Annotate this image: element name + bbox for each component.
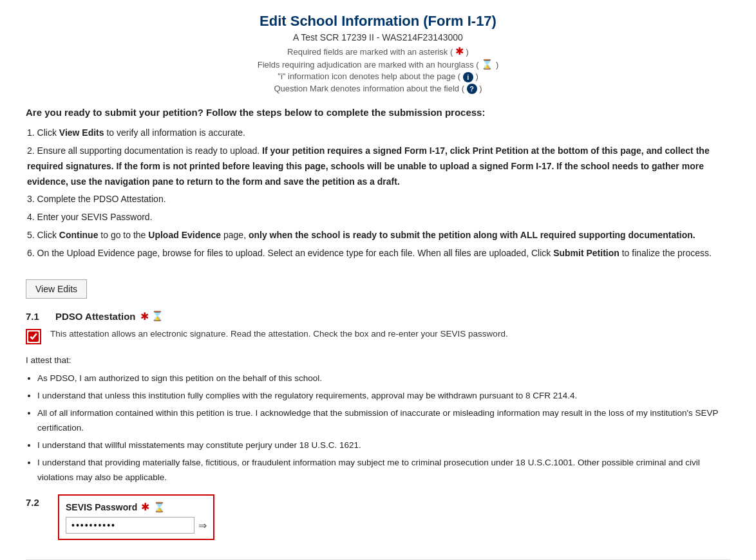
section-71-title: PDSO Attestation	[55, 311, 135, 322]
sevis-asterisk: ✱	[141, 501, 149, 513]
step-1: 1. Click View Edits to verify all inform…	[27, 126, 730, 141]
step-3: 3. Complete the PDSO Attestation.	[27, 192, 730, 207]
question-mark-note: Question Mark denotes information about …	[26, 84, 730, 95]
adjudication-note: Fields requiring adjudication are marked…	[26, 59, 730, 70]
page-title: Edit School Information (Form I-17)	[26, 13, 730, 30]
sevis-hourglass: ⌛	[153, 501, 165, 513]
attest-block: I attest that: As PDSO, I am authorized …	[26, 353, 730, 486]
step-2: 2. Ensure all supporting documentation i…	[27, 144, 730, 189]
sevis-password-input[interactable]	[66, 517, 194, 534]
sevis-label: SEVIS Password	[66, 502, 137, 512]
subtitle: A Test SCR 17239 II - WAS214F23143000	[26, 32, 730, 42]
hourglass-icon: ⌛	[481, 59, 493, 70]
attestation-checkbox-row: This attestation allows an electronic si…	[26, 329, 730, 344]
bullet-3: All of all information contained within …	[37, 406, 730, 436]
submission-heading: Are you ready to submit your petition? F…	[26, 107, 730, 118]
info-icon[interactable]: i	[463, 72, 473, 82]
attestation-checkbox-box[interactable]	[26, 329, 41, 344]
steps-list: 1. Click View Edits to verify all inform…	[27, 126, 730, 261]
attest-intro: I attest that:	[26, 353, 730, 368]
show-password-icon[interactable]: ⇒	[198, 519, 207, 532]
sevis-input-row: ⇒	[66, 517, 207, 534]
section-72-number: 7.2	[26, 497, 58, 508]
step-6: 6. On the Upload Evidence page, browse f…	[27, 246, 730, 261]
sevis-password-box: SEVIS Password ✱ ⌛ ⇒	[58, 494, 214, 540]
asterisk-icon: ✱	[455, 46, 464, 57]
bullet-1: As PDSO, I am authorized to sign this pe…	[37, 371, 730, 386]
section-71-asterisk: ✱	[140, 310, 149, 322]
section-71-hourglass: ⌛	[151, 310, 164, 322]
bullet-4: I understand that willful misstatements …	[37, 438, 730, 453]
section-72-row: 7.2 SEVIS Password ✱ ⌛ ⇒	[26, 494, 730, 540]
attestation-checkbox[interactable]	[28, 331, 39, 342]
question-icon[interactable]: ?	[467, 84, 477, 94]
step-4: 4. Enter your SEVIS Password.	[27, 210, 730, 225]
section-71-number: 7.1	[26, 311, 45, 322]
sevis-label-row: SEVIS Password ✱ ⌛	[66, 501, 207, 513]
info-icon-note: "i" information icon denotes help about …	[26, 71, 730, 82]
page-header: Edit School Information (Form I-17) A Te…	[26, 13, 730, 94]
bullet-5: I understand that providing materially f…	[37, 456, 730, 485]
attest-bullets: As PDSO, I am authorized to sign this pe…	[37, 371, 730, 485]
attestation-description: This attestation allows an electronic si…	[50, 329, 508, 339]
bullet-2: I understand that unless this institutio…	[37, 389, 730, 404]
view-edits-button[interactable]: View Edits	[26, 279, 87, 299]
submission-section: Are you ready to submit your petition? F…	[26, 107, 730, 261]
section-71-header: 7.1 PDSO Attestation ✱ ⌛	[26, 310, 730, 322]
required-fields-note: Required fields are marked with an aster…	[26, 45, 730, 57]
section-72: 7.2 SEVIS Password ✱ ⌛ ⇒	[26, 494, 730, 540]
section-71: 7.1 PDSO Attestation ✱ ⌛ This attestatio…	[26, 310, 730, 486]
step-5: 5. Click Continue to go to the Upload Ev…	[27, 228, 730, 243]
